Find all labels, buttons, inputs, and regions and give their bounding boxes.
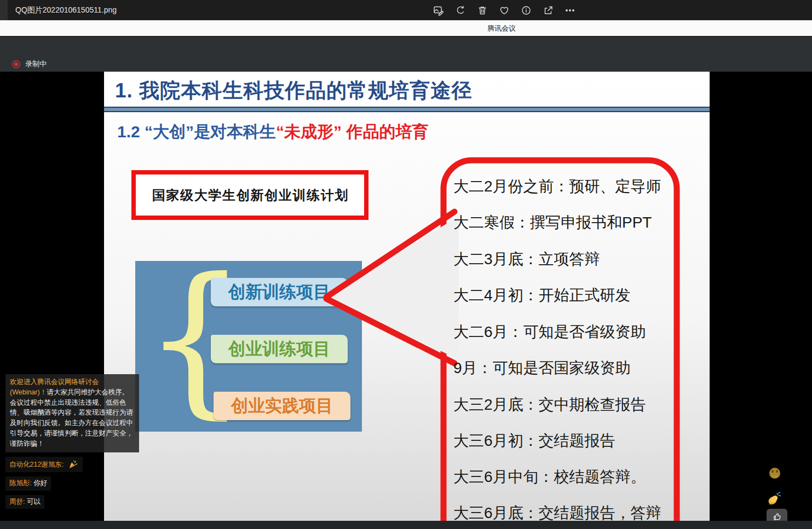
subheading-red: “未成形” 作品的培育 <box>276 123 428 141</box>
chat-text: 可以 <box>27 498 41 505</box>
timeline-item: 大二寒假：撰写申报书和PPT <box>453 211 652 234</box>
photos-toolbar <box>428 0 581 20</box>
subheading-blue: 1.2 “大创”是对本科生 <box>117 123 276 141</box>
meeting-title: 腾讯会议 <box>487 20 516 36</box>
party-popper-emoji <box>68 459 79 470</box>
chat-sender: 周舒: <box>9 498 25 505</box>
see-more-icon[interactable] <box>559 0 581 20</box>
timeline-item: 大三6月中旬：校结题答辩。 <box>453 466 646 489</box>
chat-overlay: 欢迎进入腾讯会议网络研讨会(Webinar)！请大家共同维护大会秩序。会议过程中… <box>5 374 139 509</box>
chat-message: 周舒: 可以 <box>5 495 44 509</box>
screen: QQ图片20220106150511.png <box>0 0 812 529</box>
edit-image-icon[interactable] <box>428 0 450 20</box>
project-type-innovation: 创新训练项目 <box>211 278 348 306</box>
chat-text: 你好 <box>33 479 47 487</box>
recording-indicator[interactable]: 录制中 <box>12 59 47 69</box>
slide-subheading: 1.2 “大创”是对本科生“未成形” 作品的培育 <box>117 121 428 143</box>
slide-heading: 1. 我院本科生科技作品的常规培育途径 <box>115 77 472 104</box>
chat-sender: 陈旭彤: <box>9 479 32 487</box>
program-banner: 国 家 级 大 学 生 创 新 创 业 训 练 计 划 <box>131 170 368 220</box>
favorite-icon[interactable] <box>493 0 515 20</box>
bottom-strip <box>0 521 812 529</box>
chat-message: 陈旭彤: 你好 <box>5 476 51 491</box>
titlebar-left-edge <box>0 0 8 20</box>
timeline-item: 大二6月：可知是否省级资助 <box>453 321 646 344</box>
recording-dot-icon <box>12 60 20 68</box>
chat-welcome-notice: 欢迎进入腾讯会议网络研讨会(Webinar)！请大家共同维护大会秩序。会议过程中… <box>5 374 139 452</box>
presentation-slide: 1. 我院本科生科技作品的常规培育途径 1.2 “大创”是对本科生“未成形” 作… <box>104 72 710 521</box>
rotate-icon[interactable] <box>450 0 471 20</box>
chat-message: 自动化212谢旭东: <box>5 457 83 472</box>
clapping-hands-emoji <box>765 491 782 508</box>
chat-sender: 自动化212谢旭东: <box>9 461 64 468</box>
face-with-hand-over-mouth-emoji <box>768 467 781 480</box>
project-type-entrepreneur-practice: 创业实践项目 <box>214 392 350 420</box>
image-filename: QQ图片20220106150511.png <box>15 0 117 20</box>
timeline-item: 大二2月份之前：预研、定导师 <box>453 175 661 198</box>
share-icon[interactable] <box>537 0 559 20</box>
delete-icon[interactable] <box>471 0 493 20</box>
meeting-titlebar: 腾讯会议 <box>0 20 812 36</box>
timeline-item: 大二3月底：立项答辩 <box>453 248 600 271</box>
meeting-toolbar <box>0 37 812 72</box>
chat-welcome-body: 请大家共同维护大会秩序。会议过程中禁止出现违法违规、低俗色情、吸烟酗酒等内容，若… <box>10 388 133 447</box>
heading-divider <box>104 107 710 112</box>
timeline-item: 大三6月底：交结题报告，答辩 <box>453 502 661 521</box>
project-type-entrepreneur-training: 创业训练项目 <box>211 335 348 363</box>
timeline-item: 大三2月底：交中期检查报告 <box>453 393 646 416</box>
timeline-item: 大三6月初：交结题报告 <box>453 429 615 452</box>
photos-titlebar: QQ图片20220106150511.png <box>0 0 812 20</box>
timeline-item: 大二4月初：开始正式研发 <box>453 284 631 307</box>
timeline-item: 9月：可知是否国家级资助 <box>453 357 631 380</box>
info-icon[interactable] <box>515 0 537 20</box>
recording-label: 录制中 <box>25 59 47 69</box>
project-types-panel: { 创新训练项目 创业训练项目 创业实践项目 <box>135 261 362 432</box>
